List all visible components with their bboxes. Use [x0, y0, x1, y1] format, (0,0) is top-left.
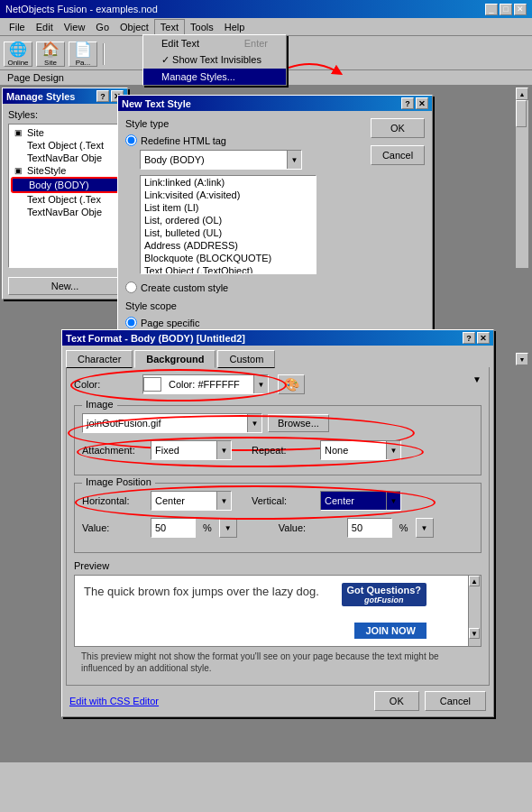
app-title: NetObjects Fusion - examples.nod: [5, 4, 158, 14]
scope-page-radio[interactable]: [125, 317, 137, 328]
preview-label: Preview: [74, 560, 482, 571]
list-link-visited[interactable]: Link:visited (A:visited): [141, 189, 316, 201]
horizontal-input[interactable]: Center ▼: [151, 491, 232, 511]
tag-dropdown-arrow[interactable]: ▼: [287, 151, 301, 169]
list-ul[interactable]: List, bulleted (UL): [141, 226, 316, 239]
minimize-btn[interactable]: _: [485, 4, 498, 15]
color-dropdown-arrow[interactable]: ▼: [253, 375, 268, 393]
tf-close-btn[interactable]: ✕: [477, 332, 490, 344]
color-picker-btn[interactable]: 🎨: [278, 374, 305, 394]
toolbar-online[interactable]: 🌐 Online: [4, 42, 32, 67]
menu-tools[interactable]: Tools: [185, 20, 219, 34]
manage-styles-footer: New...: [3, 273, 127, 299]
value2-arrow[interactable]: ▼: [416, 518, 434, 538]
browse-btn[interactable]: Browse...: [268, 414, 329, 432]
scroll-down-btn[interactable]: ▼: [516, 353, 528, 365]
preview-scroll-up[interactable]: ▲: [469, 576, 480, 586]
scrollbar-right[interactable]: ▲ ▼: [516, 88, 528, 268]
menu-help[interactable]: Help: [219, 20, 251, 34]
menu-go[interactable]: Go: [90, 20, 115, 34]
tab-character[interactable]: Character: [66, 350, 133, 368]
vertical-arrow[interactable]: ▼: [386, 492, 400, 510]
image-file-input[interactable]: joinGotFusion.gif ▼: [82, 413, 262, 433]
menu-file[interactable]: File: [4, 20, 31, 34]
horizontal-arrow[interactable]: ▼: [216, 492, 231, 510]
site-label: Site: [44, 59, 57, 67]
manage-styles-help-btn[interactable]: ?: [96, 90, 109, 102]
color-input[interactable]: Color: #FFFFFF ▼: [142, 374, 269, 394]
menu-object[interactable]: Object: [115, 20, 154, 34]
tree-textnav[interactable]: TextNavBar Obje: [11, 152, 119, 164]
list-ol[interactable]: List, ordered (OL): [141, 214, 316, 226]
tree-body[interactable]: Body (BODY): [11, 177, 119, 193]
toolbar-site[interactable]: 🏠 Site: [36, 42, 65, 67]
css-editor-link[interactable]: Edit with CSS Editor: [69, 696, 159, 706]
repeat-input[interactable]: None ▼: [320, 440, 401, 460]
tree-text-obj[interactable]: Text Object (.Text: [11, 139, 119, 152]
preview-scroll-down[interactable]: ▼: [469, 628, 480, 639]
preview-scrollbar[interactable]: ▲ ▼: [468, 576, 481, 646]
image-file-arrow[interactable]: ▼: [247, 414, 261, 432]
tree-textnav2[interactable]: TextNavBar Obje: [11, 206, 119, 218]
attachment-input[interactable]: Fixed ▼: [151, 440, 232, 460]
title-bar-buttons[interactable]: _ □ ✕: [485, 4, 527, 15]
value1-input[interactable]: 50: [151, 518, 196, 538]
tree-sitestyle[interactable]: ▣ SiteStyle: [11, 164, 119, 177]
dropdown-show-text[interactable]: Show Text Invisibles: [143, 51, 286, 69]
nts-ok-btn[interactable]: OK: [371, 118, 425, 138]
radio-custom[interactable]: [125, 281, 137, 293]
dropdown-manage-styles[interactable]: Manage Styles...: [143, 69, 286, 85]
page-label: Pa...: [76, 59, 90, 67]
radio-custom-row[interactable]: Create custom style: [125, 281, 363, 293]
tf-title-btns[interactable]: ? ✕: [463, 332, 490, 344]
new-btn[interactable]: New...: [8, 277, 122, 295]
tf-help-btn[interactable]: ?: [463, 332, 475, 344]
list-blockquote[interactable]: Blockquote (BLOCKQUOTE): [141, 252, 316, 264]
styles-tree[interactable]: ▣ Site Text Object (.Text TextNavBar Obj…: [8, 124, 122, 268]
nts-help-btn[interactable]: ?: [401, 97, 414, 109]
image-label: Image: [82, 399, 117, 410]
dropdown-edit-text[interactable]: Edit Text Enter: [143, 35, 286, 51]
nts-cancel-btn[interactable]: Cancel: [371, 145, 425, 165]
attachment-arrow[interactable]: ▼: [216, 441, 231, 459]
menu-text[interactable]: Text: [154, 19, 185, 35]
vertical-label: Vertical:: [252, 495, 315, 506]
list-textobj[interactable]: Text Object (.TextObject): [141, 264, 316, 274]
scope-page-row[interactable]: Page specific: [125, 317, 363, 328]
tag-select-row: Body (BODY) ▼: [140, 150, 363, 170]
list-li[interactable]: List item (LI): [141, 201, 316, 214]
online-icon: 🌐: [9, 41, 27, 58]
menu-view[interactable]: View: [59, 20, 91, 34]
radio-redefine[interactable]: [125, 134, 137, 146]
value2-input[interactable]: 50: [347, 518, 392, 538]
menu-edit[interactable]: Edit: [31, 20, 59, 34]
tab-background[interactable]: Background: [134, 350, 216, 368]
toolbar-page[interactable]: 📄 Pa...: [69, 42, 97, 67]
tab-custom[interactable]: Custom: [217, 350, 275, 368]
scroll-track: [516, 100, 528, 245]
scroll-thumb[interactable]: [516, 100, 527, 127]
color-dropdown-more[interactable]: ▼: [472, 374, 482, 384]
nts-close-btn[interactable]: ✕: [416, 97, 428, 109]
tag-dropdown[interactable]: Body (BODY) ▼: [140, 150, 302, 170]
expand-icon: ▣: [14, 128, 27, 137]
scroll-up-btn[interactable]: ▲: [516, 88, 528, 100]
repeat-arrow[interactable]: ▼: [386, 441, 400, 459]
value-label1: Value:: [82, 522, 145, 533]
list-link[interactable]: Link:linked (A:link): [141, 176, 316, 189]
image-file-row: joinGotFusion.gif ▼ Browse...: [82, 413, 473, 433]
tree-text-obj2[interactable]: Text Object (.Tex: [11, 193, 119, 206]
close-btn[interactable]: ✕: [514, 4, 527, 15]
tag-list[interactable]: Link:linked (A:link) Link:visited (A:vis…: [140, 175, 316, 274]
list-address[interactable]: Address (ADDRESS): [141, 239, 316, 252]
radio-redefine-row[interactable]: Redefine HTML tag: [125, 134, 363, 146]
value1-arrow[interactable]: ▼: [219, 518, 237, 538]
maximize-btn[interactable]: □: [500, 4, 512, 15]
styles-label: Styles:: [8, 109, 122, 120]
vertical-input[interactable]: Center ▼: [320, 491, 401, 511]
tf-cancel-btn[interactable]: Cancel: [425, 691, 486, 711]
nts-title-btns[interactable]: ? ✕: [401, 97, 428, 109]
toolbar-separator: [103, 43, 105, 65]
tf-ok-btn[interactable]: OK: [374, 691, 419, 711]
tree-site[interactable]: ▣ Site: [11, 126, 119, 139]
